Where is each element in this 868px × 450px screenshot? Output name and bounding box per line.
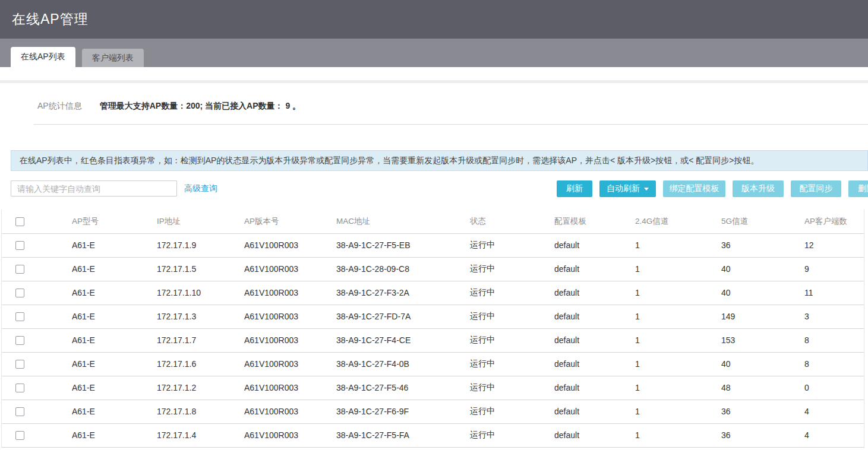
table-cell: A61V100R003	[244, 400, 336, 423]
table-row: A61-E172.17.1.4A61V100R00338-A9-1C-27-F5…	[2, 423, 864, 447]
table-cell: default	[554, 281, 635, 305]
table-row: A61-E172.17.1.10A61V100R00338-A9-1C-27-F…	[2, 281, 864, 305]
row-checkbox[interactable]	[15, 289, 24, 297]
row-checkbox[interactable]	[15, 336, 24, 345]
version-upgrade-button[interactable]: 版本升级	[733, 180, 784, 197]
table-cell: 38-A9-1C-27-F5-EB	[336, 233, 470, 257]
table-cell: A61-E	[72, 328, 157, 352]
bind-config-template-button[interactable]: 绑定配置模板	[663, 180, 725, 197]
table-cell: A61-E	[72, 281, 157, 305]
toolbar: 高级查询 刷新 自动刷新 绑定配置模板 版本升级 配置同步 删除	[0, 180, 868, 197]
table-cell: default	[554, 305, 635, 328]
table-cell: 38-A9-1C-27-F4-CE	[336, 328, 470, 352]
table-cell: A61V100R003	[244, 352, 336, 376]
column-header-mac: MAC地址	[336, 210, 470, 233]
page-header: 在线AP管理	[0, 0, 868, 39]
toolbar-buttons: 刷新 自动刷新 绑定配置模板 版本升级 配置同步 删除	[557, 180, 868, 197]
table-cell: 1	[635, 376, 721, 400]
table-cell: 172.17.1.9	[157, 233, 244, 257]
row-checkbox[interactable]	[15, 407, 24, 416]
table-cell: 1	[635, 257, 721, 281]
advanced-search-link[interactable]: 高级查询	[184, 183, 217, 194]
table-cell: A61V100R003	[244, 305, 336, 328]
table-cell: 1	[635, 400, 721, 423]
config-sync-button[interactable]: 配置同步	[791, 180, 841, 197]
table-cell: 38-A9-1C-27-F5-46	[336, 376, 470, 400]
table-cell: A61V100R003	[244, 281, 336, 305]
table-cell: A61V100R003	[244, 257, 336, 281]
row-checkbox[interactable]	[15, 241, 24, 250]
row-checkbox[interactable]	[15, 384, 24, 392]
table-cell: default	[554, 376, 635, 400]
notice-banner: 在线AP列表中，红色条目指表项异常，如：检测到AP的状态显示为版本升级异常或配置…	[11, 150, 868, 171]
table-cell: default	[554, 257, 635, 281]
table-cell: A61V100R003	[244, 233, 336, 257]
table-cell: default	[554, 352, 635, 376]
table-cell: 40	[721, 257, 804, 281]
table-cell: 1	[635, 233, 721, 257]
table-cell: 172.17.1.8	[157, 400, 244, 423]
table-row: A61-E172.17.1.6A61V100R00338-A9-1C-27-F4…	[2, 352, 864, 376]
table-cell: 运行中	[470, 400, 554, 423]
table-cell: 运行中	[470, 423, 554, 447]
table-cell: 运行中	[470, 257, 554, 281]
select-all-checkbox[interactable]	[15, 217, 24, 226]
table-header-row: AP型号 IP地址 AP版本号 MAC地址 状态 配置模板 2.4G信道 5G信…	[2, 210, 864, 233]
table-cell: 172.17.1.5	[157, 257, 244, 281]
search-input[interactable]	[11, 180, 177, 197]
table-cell: A61-E	[72, 400, 157, 423]
row-checkbox[interactable]	[15, 431, 24, 440]
table-cell: 1	[635, 305, 721, 328]
auto-refresh-button[interactable]: 自动刷新	[599, 180, 656, 197]
table-cell: 40	[721, 281, 804, 305]
tab-online-ap-list[interactable]: 在线AP列表	[11, 47, 75, 67]
refresh-button[interactable]: 刷新	[557, 180, 592, 197]
table-cell: 9	[804, 257, 864, 281]
table-cell: 38-A9-1C-28-09-C8	[336, 257, 470, 281]
delete-button[interactable]: 删除	[848, 180, 868, 197]
row-checkbox[interactable]	[15, 312, 24, 321]
column-header-2-4g-channel: 2.4G信道	[635, 210, 721, 233]
column-header-ap-model: AP型号	[72, 210, 157, 233]
tab-client-list[interactable]: 客户端列表	[82, 49, 144, 67]
table-cell: 运行中	[470, 376, 554, 400]
table-cell: A61-E	[72, 376, 157, 400]
table-cell: default	[554, 423, 635, 447]
table-cell: 172.17.1.2	[157, 376, 244, 400]
table-cell: 4	[804, 400, 864, 423]
table-cell: 153	[721, 328, 804, 352]
table-cell: 运行中	[470, 352, 554, 376]
column-header-ip: IP地址	[157, 210, 244, 233]
row-checkbox[interactable]	[15, 265, 24, 274]
stats-divider	[34, 124, 868, 125]
table-cell: 172.17.1.7	[157, 328, 244, 352]
column-header-status: 状态	[470, 210, 554, 233]
table-cell: 172.17.1.6	[157, 352, 244, 376]
table-cell: 8	[804, 352, 864, 376]
table-cell: 149	[721, 305, 804, 328]
table-row: A61-E172.17.1.3A61V100R00338-A9-1C-27-FD…	[2, 305, 864, 328]
table-cell: 38-A9-1C-27-FD-7A	[336, 305, 470, 328]
table-cell: 1	[635, 423, 721, 447]
table-cell: 4	[804, 423, 864, 447]
table-cell: 172.17.1.3	[157, 305, 244, 328]
table-row: A61-E172.17.1.8A61V100R00338-A9-1C-27-F6…	[2, 400, 864, 423]
table-cell: 38-A9-1C-27-F5-FA	[336, 423, 470, 447]
table-cell: 36	[721, 233, 804, 257]
caret-down-icon	[644, 188, 649, 191]
table-cell: 运行中	[470, 328, 554, 352]
table-cell: 1	[635, 352, 721, 376]
ap-table-body: A61-E172.17.1.9A61V100R00338-A9-1C-27-F5…	[2, 233, 864, 447]
column-header-ap-version: AP版本号	[244, 210, 336, 233]
table-cell: A61-E	[72, 352, 157, 376]
table-row: A61-E172.17.1.9A61V100R00338-A9-1C-27-F5…	[2, 233, 864, 257]
row-checkbox[interactable]	[15, 360, 24, 369]
table-cell: 172.17.1.10	[157, 281, 244, 305]
table-cell: default	[554, 400, 635, 423]
column-header-ap-client-count: AP客户端数	[804, 210, 864, 233]
table-cell: 1	[635, 281, 721, 305]
table-cell: A61V100R003	[244, 328, 336, 352]
page-title: 在线AP管理	[12, 10, 868, 28]
table-cell: A61V100R003	[244, 423, 336, 447]
table-cell: 48	[721, 376, 804, 400]
